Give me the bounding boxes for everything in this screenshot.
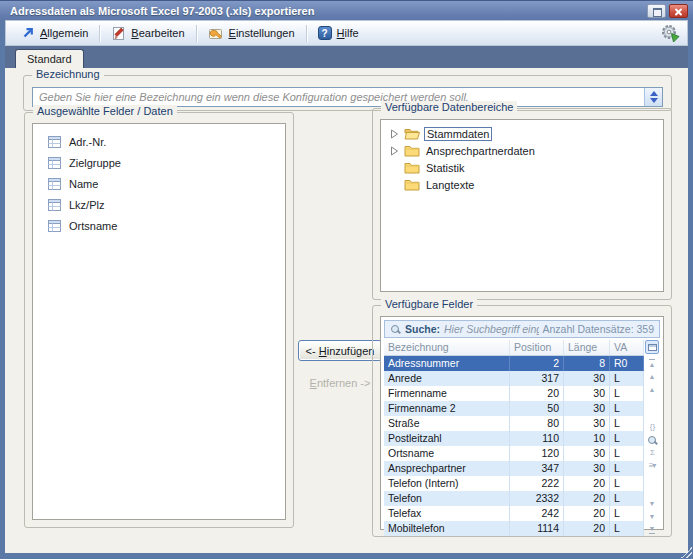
settings-icon xyxy=(208,26,224,41)
toolbar-item-einstellungen[interactable]: Einstellungen xyxy=(199,24,304,43)
fields-grid: Bezeichnung Position Länge VA Adressnumm… xyxy=(384,340,660,536)
cell-length: 20 xyxy=(564,476,610,491)
cell-va: L xyxy=(610,371,644,386)
combobox-dropdown-button[interactable] xyxy=(644,88,662,106)
grid-field-icon xyxy=(48,220,61,232)
grid-search-icon[interactable] xyxy=(645,434,659,447)
table-row[interactable]: Straße8030L xyxy=(384,416,644,431)
toolbar-separator xyxy=(306,25,307,42)
tree-item-statistik[interactable]: Statistik xyxy=(389,159,663,176)
folder-icon xyxy=(404,144,420,157)
column-header-va[interactable]: VA xyxy=(610,340,644,355)
column-header-bezeichnung[interactable]: Bezeichnung xyxy=(384,340,510,355)
folder-open-icon xyxy=(404,127,420,140)
close-button[interactable] xyxy=(669,4,688,18)
table-row[interactable]: Ansprechpartner34730L xyxy=(384,461,644,476)
selected-field-item[interactable]: Zielgruppe xyxy=(33,152,285,173)
add-button[interactable]: <- Hinzufügen xyxy=(298,340,382,361)
grid-navigator: ▲ ▲ ▲ { } Σ ≡▾ ▼ ▼ ▼ xyxy=(644,340,660,536)
selected-fields-list: Adr.-Nr.ZielgruppeNameLkz/PlzOrtsname xyxy=(33,124,285,236)
toolbar-item-label: Bearbeiten xyxy=(131,27,184,39)
cell-position: 110 xyxy=(510,431,564,446)
edit-icon xyxy=(111,26,126,41)
selected-field-label: Adr.-Nr. xyxy=(69,136,106,148)
bezeichnung-combobox[interactable]: Geben Sie hier eine Bezeichnung ein wenn… xyxy=(32,87,663,107)
row-down-icon[interactable]: ▼ xyxy=(645,510,659,523)
scroll-top-icon[interactable]: ▲ xyxy=(645,357,659,370)
selected-field-item[interactable]: Lkz/Plz xyxy=(33,194,285,215)
cell-length: 30 xyxy=(564,371,610,386)
page-up-icon[interactable]: ▲ xyxy=(645,383,659,396)
column-chooser-icon[interactable] xyxy=(645,340,659,354)
remove-button-label: Entfernen xyxy=(310,377,358,389)
row-up-icon[interactable]: ▲ xyxy=(645,370,659,383)
cell-position: 1114 xyxy=(510,521,564,536)
table-row[interactable]: Telefax24220L xyxy=(384,506,644,521)
tab-strip: Standard xyxy=(5,46,688,68)
table-row[interactable]: Adressnummer28R0 xyxy=(384,356,644,371)
search-icon xyxy=(390,324,401,335)
cell-position: 2 xyxy=(510,356,564,371)
cell-position: 2332 xyxy=(510,491,564,506)
selected-field-item[interactable]: Name xyxy=(33,173,285,194)
table-row[interactable]: Anrede31730L xyxy=(384,371,644,386)
cell-position: 242 xyxy=(510,506,564,521)
tree-item-stammdaten[interactable]: Stammdaten xyxy=(389,125,663,142)
search-label: Suche: xyxy=(405,323,440,335)
cell-va: L xyxy=(610,431,644,446)
tree-item-label: Langtexte xyxy=(424,179,476,191)
toolbar-item-label: Allgemein xyxy=(40,27,88,39)
selected-field-item[interactable]: Ortsname xyxy=(33,215,285,236)
fields-table-header: Bezeichnung Position Länge VA xyxy=(384,340,644,356)
cell-name: Adressnummer xyxy=(384,356,510,371)
toolbar-item-bearbeiten[interactable]: Bearbeiten xyxy=(102,24,193,43)
resize-grip[interactable] xyxy=(681,547,692,558)
cell-length: 10 xyxy=(564,431,610,446)
bezeichnung-placeholder: Geben Sie hier eine Bezeichnung ein wenn… xyxy=(33,88,644,106)
toolbar-item-allgemein[interactable]: Allgemein xyxy=(12,24,97,42)
cell-length: 30 xyxy=(564,461,610,476)
scroll-bottom-icon[interactable]: ▼ xyxy=(645,523,659,536)
expand-arrow-icon[interactable] xyxy=(389,146,400,156)
group-selected-fields: Ausgewählte Felder / Daten Adr.-Nr.Zielg… xyxy=(24,112,294,528)
cell-name: Firmenname xyxy=(384,386,510,401)
tree-item-langtexte[interactable]: Langtexte xyxy=(389,176,663,193)
cell-va: L xyxy=(610,476,644,491)
table-row[interactable]: Ortsname12030L xyxy=(384,446,644,461)
selected-field-item[interactable]: Adr.-Nr. xyxy=(33,131,285,152)
restore-button[interactable] xyxy=(647,4,666,18)
expand-arrow-icon[interactable] xyxy=(389,129,400,139)
cell-va: L xyxy=(610,386,644,401)
summary-icon[interactable]: Σ xyxy=(645,447,659,460)
column-header-laenge[interactable]: Länge xyxy=(564,340,610,355)
filter-icon[interactable]: ≡▾ xyxy=(645,460,659,473)
arrow-up-right-icon xyxy=(21,26,35,40)
tree-item-ansprechpartnerdaten[interactable]: Ansprechpartnerdaten xyxy=(389,142,663,159)
add-button-arrow: <- xyxy=(306,345,319,357)
table-row[interactable]: Telefon (Intern)22220L xyxy=(384,476,644,491)
column-header-position[interactable]: Position xyxy=(510,340,564,355)
titlebar: Adressdaten als Microsoft Excel 97-2003 … xyxy=(0,0,693,20)
search-placeholder: Hier Suchbegriff eingebe xyxy=(444,323,538,335)
selected-fields-panel: Adr.-Nr.ZielgruppeNameLkz/PlzOrtsname xyxy=(32,123,286,520)
cell-va: L xyxy=(610,401,644,416)
group-brackets-icon[interactable]: { } xyxy=(645,421,659,434)
search-bar[interactable]: Suche: Hier Suchbegriff eingebe Anzahl D… xyxy=(384,320,660,338)
cell-length: 20 xyxy=(564,521,610,536)
table-row[interactable]: Postleitzahl11010L xyxy=(384,431,644,446)
cell-va: L xyxy=(610,506,644,521)
cell-length: 8 xyxy=(564,356,610,371)
cell-length: 30 xyxy=(564,401,610,416)
table-row[interactable]: Firmenname 25030L xyxy=(384,401,644,416)
spinner-up-icon xyxy=(650,91,658,96)
table-row[interactable]: Firmenname2030L xyxy=(384,386,644,401)
grid-field-icon xyxy=(48,178,61,190)
page-down-icon[interactable]: ▼ xyxy=(645,497,659,510)
toolbar-item-hilfe[interactable]: ? Hilfe xyxy=(309,24,368,42)
cell-name: Anrede xyxy=(384,371,510,386)
export-icon[interactable] xyxy=(660,23,681,43)
table-row[interactable]: Telefon233220L xyxy=(384,491,644,506)
spinner-down-icon xyxy=(650,98,658,103)
table-row[interactable]: Mobiltelefon111420L xyxy=(384,521,644,536)
tab-standard[interactable]: Standard xyxy=(15,49,84,68)
